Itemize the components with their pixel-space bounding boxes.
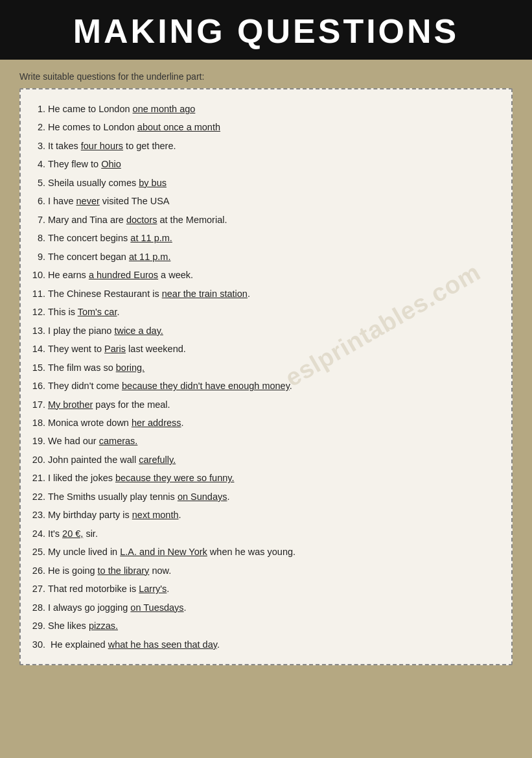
list-item: 10.He earns a hundred Euros a week. [27,266,498,284]
list-item: 26.He is going to the library now. [27,562,498,580]
underlined-part: Tom's car [78,307,117,317]
list-item: 17.My brother pays for the meal. [27,396,498,414]
underlined-part: what he has seen that day [108,639,217,650]
page-content: Write suitable questions for the underli… [0,60,532,685]
underlined-part: 20 €, [62,528,83,539]
question-number: 4. [27,157,45,171]
list-item: 22.The Smiths usually play tennis on Sun… [27,488,498,506]
underlined-part: pizzas. [89,621,118,631]
underlined-part: on Tuesdays [130,602,183,613]
question-number: 22. [27,490,45,504]
question-number: 11. [27,287,45,301]
question-number: 24. [27,527,45,541]
list-item: 2.He comes to London about once a month [27,118,498,136]
questions-list: 1.He came to London one month ago2.He co… [27,100,498,654]
list-item: 18.Monica wrote down her address. [27,414,498,432]
underlined-part: Paris [104,344,126,354]
underlined-part: My brother [48,399,93,410]
question-number: 30. [27,637,45,652]
underlined-part: cameras. [99,436,138,446]
underlined-part: never [76,196,100,206]
list-item: 23.My birthday party is next month. [27,506,498,524]
page-title: MAKING QUESTIONS [0,0,532,60]
underlined-part: doctors [126,215,157,225]
underlined-part: by bus [139,178,167,188]
question-number: 17. [27,397,45,412]
underlined-part: at 11 p.m. [130,233,172,243]
question-number: 23. [27,508,45,522]
underlined-part: carefully. [139,455,176,465]
question-number: 16. [27,379,45,393]
question-number: 2. [27,120,45,134]
question-number: 18. [27,416,45,430]
underlined-part: to the library [98,565,150,576]
list-item: 15.The film was so boring. [27,359,498,377]
underlined-part: Ohio [101,159,121,169]
list-item: 19.We had our cameras. [27,432,498,450]
underlined-part: on Sundays [178,492,227,502]
question-number: 14. [27,342,45,356]
question-number: 28. [27,600,45,615]
question-number: 21. [27,471,45,485]
list-item: 3.It takes four hours to get there. [27,137,498,155]
underlined-part: near the train station [162,289,248,299]
list-item: 30. He explained what he has seen that d… [27,635,498,654]
instruction-text: Write suitable questions for the underli… [19,71,513,82]
list-item: 1.He came to London one month ago [27,100,498,118]
question-number: 1. [27,102,45,116]
question-number: 7. [27,213,45,227]
underlined-part: because they didn't have enough money [122,381,290,391]
list-item: 11.The Chinese Restaurant is near the tr… [27,285,498,303]
list-item: 21.I liked the jokes because they were s… [27,469,498,487]
list-item: 25.My uncle lived in L.A. and in New Yor… [27,543,498,561]
list-item: 20.John painted the wall carefully. [27,451,498,469]
question-number: 12. [27,305,45,319]
question-number: 6. [27,194,45,208]
question-number: 25. [27,545,45,559]
list-item: 24.It's 20 €, sir. [27,525,498,543]
list-item: 12.This is Tom's car. [27,303,498,321]
list-item: 8.The concert begins at 11 p.m. [27,229,498,247]
underlined-part: her address [132,418,181,428]
underlined-part: one month ago [133,104,196,114]
question-number: 27. [27,582,45,596]
underlined-part: because they were so funny. [115,473,235,483]
question-number: 19. [27,434,45,448]
list-item: 13.I play the piano twice a day. [27,322,498,340]
list-item: 9.The concert began at 11 p.m. [27,248,498,266]
question-number: 15. [27,361,45,375]
question-number: 8. [27,231,45,245]
question-number: 26. [27,563,45,578]
questions-box: 1.He came to London one month ago2.He co… [19,88,513,665]
underlined-part: twice a day. [114,326,163,336]
list-item: 6.I have never visited The USA [27,192,498,210]
list-item: 5.Sheila usually comes by bus [27,174,498,192]
list-item: 14.They went to Paris last weekend. [27,340,498,358]
question-number: 5. [27,176,45,190]
question-number: 3. [27,139,45,153]
question-number: 13. [27,324,45,338]
underlined-part: next month [132,510,179,520]
list-item: 4.They flew to Ohio [27,155,498,173]
question-number: 29. [27,619,45,633]
question-number: 20. [27,453,45,467]
list-item: 28.I always go jogging on Tuesdays. [27,598,498,617]
underlined-part: L.A. and in New York [120,547,207,557]
underlined-part: about once a month [137,122,220,132]
question-number: 10. [27,268,45,282]
list-item: 7.Mary and Tina are doctors at the Memor… [27,211,498,229]
list-item: 27.That red motorbike is Larry's. [27,580,498,598]
question-number: 9. [27,250,45,264]
underlined-part: a hundred Euros [89,270,158,280]
list-item: 29.She likes pizzas. [27,617,498,635]
underlined-part: four hours [81,141,123,151]
underlined-part: Larry's [139,584,167,594]
underlined-part: boring. [116,362,145,373]
underlined-part: at 11 p.m. [129,252,170,262]
list-item: 16.They didn't come because they didn't … [27,377,498,395]
